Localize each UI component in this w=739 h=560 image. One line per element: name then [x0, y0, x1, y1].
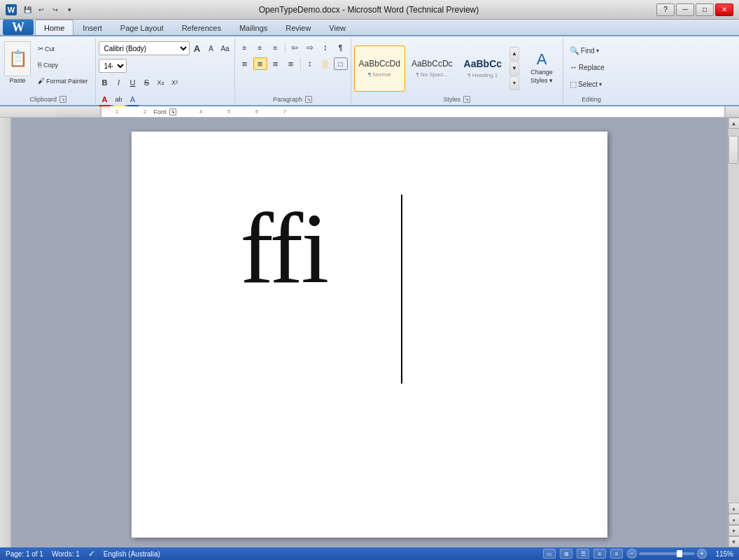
highlight-button[interactable]: ab [113, 92, 125, 106]
bullets-button[interactable]: ≡ [238, 41, 252, 54]
scroll-extra-buttons: ▲ ● ▼ [729, 503, 740, 536]
draft-button[interactable]: ≡ [610, 549, 623, 559]
style-normal-label: ¶ Normal [368, 71, 390, 78]
paragraph-row1: ≡ ≡ ≡ ⇦ ⇨ ↕ ¶ [238, 41, 348, 54]
paste-icon[interactable]: 📋 [4, 41, 31, 76]
style-heading1[interactable]: AaBbCc ¶ Heading 1 [459, 46, 507, 92]
underline-button[interactable]: U [127, 76, 139, 89]
zoom-thumb[interactable] [677, 550, 682, 557]
clipboard-expand-button[interactable]: ↘ [59, 96, 66, 103]
strikethrough-button[interactable]: S [141, 76, 153, 89]
copy-button[interactable]: ⎘ Copy [34, 57, 92, 72]
status-right: ▭ ⊞ ☰ ≡ ≡ − + 115% [543, 549, 733, 559]
tab-view[interactable]: View [320, 20, 355, 35]
zoom-track[interactable] [639, 552, 695, 555]
help-button[interactable]: ? [656, 4, 675, 16]
change-styles-label: ChangeStyles ▾ [530, 69, 553, 85]
print-layout-button[interactable]: ▭ [543, 549, 556, 559]
format-painter-button[interactable]: 🖌 Format Painter [34, 74, 92, 88]
scroll-track[interactable] [729, 129, 739, 503]
justify-button[interactable]: ≡ [284, 57, 298, 70]
font-expand-button[interactable]: ↘ [169, 108, 176, 115]
italic-button[interactable]: I [113, 76, 125, 89]
line-spacing-button[interactable]: ↕ [303, 57, 317, 70]
font-size-select[interactable]: 144 [99, 59, 127, 73]
language-indicator[interactable]: English (Australia) [104, 550, 160, 558]
redo-button[interactable]: ↪ [49, 4, 62, 16]
increase-indent-button[interactable]: ⇨ [303, 41, 317, 54]
tab-insert[interactable]: Insert [73, 20, 111, 35]
scroll-down-arrow[interactable]: ▼ [729, 536, 740, 547]
superscript-button[interactable]: X² [169, 76, 181, 89]
scroll-page-up-button[interactable]: ▲ [729, 503, 740, 514]
document-text[interactable]: ffi [240, 198, 327, 299]
save-button[interactable]: 💾 [21, 4, 34, 16]
style-no-spacing[interactable]: AaBbCcDc ¶ No Spaci... [407, 46, 458, 92]
borders-button[interactable]: □ [334, 57, 348, 70]
outline-button[interactable]: ≡ [593, 549, 606, 559]
paste-button[interactable]: 📋 Paste [4, 41, 31, 84]
tab-home[interactable]: Home [35, 20, 73, 35]
numbering-button[interactable]: ≡ [253, 41, 267, 54]
clipboard-group-label: Clipboard ↘ [4, 95, 92, 104]
maximize-button[interactable]: □ [696, 4, 714, 16]
close-button[interactable]: ✕ [715, 4, 733, 16]
office-button[interactable]: W [3, 20, 34, 35]
select-button[interactable]: ⬚ Select ▾ [566, 76, 605, 92]
decrease-indent-button[interactable]: ⇦ [288, 41, 302, 54]
styles-more-button[interactable]: ▾ [509, 76, 519, 90]
replace-icon: ↔ [570, 63, 577, 71]
web-layout-button[interactable]: ☰ [577, 549, 589, 559]
scroll-page-down-button[interactable]: ▼ [729, 525, 740, 536]
undo-button[interactable]: ↩ [35, 4, 48, 16]
bold-button[interactable]: B [99, 76, 111, 89]
find-button[interactable]: 🔍 Find ▾ [566, 43, 602, 58]
align-center-button[interactable]: ≡ [253, 57, 267, 70]
tab-page-layout[interactable]: Page Layout [111, 20, 173, 35]
cut-button[interactable]: ✂ Cut [34, 41, 92, 56]
customize-quick-access-button[interactable]: ▾ [63, 4, 76, 16]
text-effects-button[interactable]: A [127, 92, 139, 106]
tab-review[interactable]: Review [276, 20, 320, 35]
style-normal[interactable]: AaBbCcDd ¶ Normal [354, 46, 405, 92]
tab-references[interactable]: References [173, 20, 230, 35]
change-styles-button[interactable]: A ChangeStyles ▾ [523, 48, 560, 90]
zoom-out-button[interactable]: − [627, 549, 637, 559]
select-dropdown-icon: ▾ [599, 81, 602, 88]
doc-content: ffi [11, 118, 728, 547]
grow-font-button[interactable]: A [191, 42, 204, 55]
font-color-button[interactable]: A [99, 92, 111, 106]
replace-button[interactable]: ↔ Replace [566, 59, 608, 75]
ribbon-group-editing: 🔍 Find ▾ ↔ Replace ⬚ Select ▾ Editing [563, 38, 619, 105]
minimize-button[interactable]: ─ [676, 4, 694, 16]
font-group-label: Font ↘ [99, 108, 232, 116]
copy-icon: ⎘ [38, 61, 42, 69]
find-icon: 🔍 [570, 46, 579, 55]
document-page[interactable]: ffi [132, 132, 607, 538]
scroll-thumb[interactable] [729, 136, 738, 164]
shading-button[interactable]: ▒ [318, 57, 332, 70]
scroll-browse-button[interactable]: ● [729, 514, 740, 525]
zoom-level[interactable]: 115% [711, 550, 733, 558]
ribbon-group-paragraph: ≡ ≡ ≡ ⇦ ⇨ ↕ ¶ ≡ ≡ ≡ ≡ ↕ ▒ □ [235, 38, 351, 105]
window-controls: ? ─ □ ✕ [656, 4, 733, 16]
align-left-button[interactable]: ≡ [238, 57, 252, 70]
multilevel-list-button[interactable]: ≡ [269, 41, 283, 54]
styles-expand-button[interactable]: ↘ [463, 96, 470, 103]
paragraph-expand-button[interactable]: ↘ [305, 96, 312, 103]
align-right-button[interactable]: ≡ [269, 57, 283, 70]
sort-button[interactable]: ↕ [318, 41, 332, 54]
styles-scroll-down-button[interactable]: ▼ [509, 62, 519, 76]
shrink-font-button[interactable]: A [205, 42, 218, 55]
zoom-in-button[interactable]: + [697, 549, 707, 559]
ruler-margin-left [56, 106, 101, 117]
styles-scroll-up-button[interactable]: ▲ [509, 47, 519, 61]
tab-mailings[interactable]: Mailings [230, 20, 276, 35]
full-screen-button[interactable]: ⊞ [560, 549, 572, 559]
subscript-button[interactable]: X₂ [155, 76, 167, 89]
font-name-select[interactable]: Calibri (Body) [99, 41, 190, 55]
clipboard-small-buttons: ✂ Cut ⎘ Copy 🖌 Format Painter [34, 41, 92, 88]
clear-formatting-button[interactable]: Aa [219, 42, 232, 55]
show-marks-button[interactable]: ¶ [334, 41, 348, 54]
scroll-up-arrow[interactable]: ▲ [729, 118, 740, 129]
